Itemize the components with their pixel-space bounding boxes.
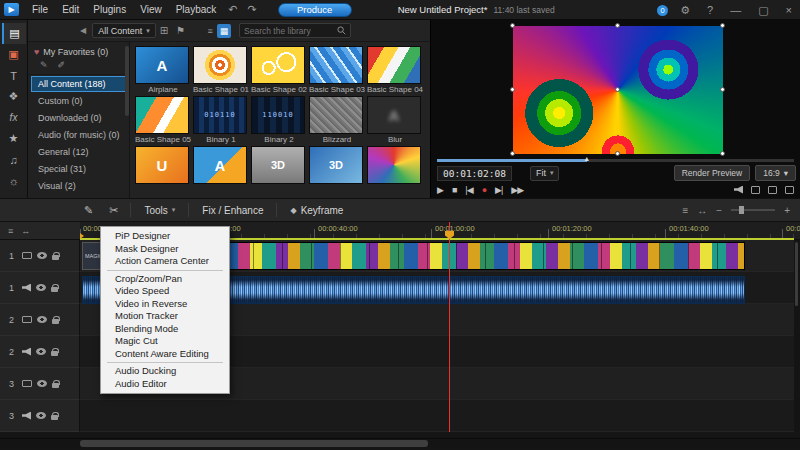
range-start-marker[interactable]: [80, 233, 84, 239]
grid-view-icon[interactable]: ▦: [217, 24, 231, 38]
menu-item-motion-tracker[interactable]: Motion Tracker: [101, 310, 229, 323]
lock-icon[interactable]: [52, 255, 59, 260]
flag-icon[interactable]: ⚑: [172, 25, 189, 36]
menu-item-pip-designer[interactable]: PiP Designer: [101, 230, 229, 243]
produce-button[interactable]: Produce: [278, 3, 352, 17]
fit-timeline-icon[interactable]: ↔: [697, 205, 707, 216]
library-item[interactable]: [367, 146, 425, 184]
edit-tag-icon[interactable]: ✐: [58, 60, 66, 70]
library-item[interactable]: 3D: [251, 146, 309, 184]
menu-item-mask-designer[interactable]: Mask Designer: [101, 243, 229, 256]
stop-button[interactable]: ■: [452, 185, 456, 195]
zoom-fit-dropdown[interactable]: Fit▾: [530, 166, 560, 181]
lock-icon[interactable]: [51, 415, 58, 420]
category-custom[interactable]: Custom (0): [31, 93, 126, 109]
library-item[interactable]: Basic Shape 05: [135, 96, 193, 144]
library-item[interactable]: AAirplane: [135, 46, 193, 94]
selection-handle[interactable]: [615, 23, 620, 28]
menu-item-action-camera-center[interactable]: Action Camera Center: [101, 255, 229, 268]
menu-plugins[interactable]: Plugins: [86, 0, 133, 20]
volume-icon[interactable]: [734, 186, 743, 194]
lock-icon[interactable]: [52, 383, 59, 388]
preview-seekbar[interactable]: ▲: [437, 159, 794, 162]
category-audio[interactable]: Audio (for music) (0): [31, 127, 126, 143]
menu-item-audio-editor[interactable]: Audio Editor: [101, 378, 229, 391]
tools-button[interactable]: Tools▾: [135, 198, 184, 222]
preview-timecode[interactable]: 00:01:02:08: [437, 166, 512, 181]
undo-icon[interactable]: ↶: [223, 3, 242, 16]
eye-icon[interactable]: [36, 348, 46, 355]
eye-icon[interactable]: [36, 412, 46, 419]
my-favorites[interactable]: ♥ My Favorites (0): [28, 45, 129, 59]
library-item[interactable]: Basic Shape 02: [251, 46, 309, 94]
selection-handle[interactable]: [720, 151, 725, 156]
seek-handle-icon[interactable]: ▲: [583, 155, 590, 162]
library-item[interactable]: 110010Binary 2: [251, 96, 309, 144]
library-item[interactable]: U: [135, 146, 193, 184]
eye-icon[interactable]: [37, 380, 47, 387]
effect-room-icon[interactable]: fx: [2, 107, 26, 128]
audio-mixing-room-icon[interactable]: ♫: [2, 149, 26, 170]
keyframe-button[interactable]: ◆ Keyframe: [281, 198, 352, 222]
menu-item-video-speed[interactable]: Video Speed: [101, 285, 229, 298]
aspect-ratio-dropdown[interactable]: 16:9▾: [755, 165, 796, 181]
fit-project-icon[interactable]: ↔: [21, 226, 30, 236]
track-manager-icon[interactable]: ≡: [682, 205, 688, 216]
category-scrollbar[interactable]: [125, 46, 129, 116]
library-item[interactable]: A: [193, 146, 251, 184]
lock-icon[interactable]: [51, 351, 58, 356]
zoom-out-icon[interactable]: −: [716, 205, 722, 216]
library-item[interactable]: ABlur: [367, 96, 425, 144]
fast-forward-button[interactable]: ▶▶: [511, 185, 523, 195]
transition-room-icon[interactable]: ❖: [2, 86, 26, 107]
menu-item-video-in-reverse[interactable]: Video in Reverse: [101, 298, 229, 311]
selection-handle[interactable]: [510, 87, 515, 92]
library-item[interactable]: Blizzard: [309, 96, 367, 144]
tips-room-icon[interactable]: ☼: [2, 170, 26, 191]
lock-icon[interactable]: [52, 319, 59, 324]
zoom-in-icon[interactable]: +: [784, 205, 790, 216]
new-tag-icon[interactable]: ✎: [40, 60, 48, 70]
timeline-vertical-scrollbar[interactable]: [794, 240, 799, 432]
menu-playback[interactable]: Playback: [169, 0, 224, 20]
library-item[interactable]: 3D: [309, 146, 367, 184]
selection-handle[interactable]: [720, 87, 725, 92]
audio-track-3-lane[interactable]: [80, 400, 794, 432]
playhead[interactable]: [449, 222, 450, 432]
close-icon[interactable]: ×: [781, 4, 797, 16]
record-button[interactable]: ●: [482, 185, 486, 195]
lock-icon[interactable]: [51, 287, 58, 292]
menu-edit[interactable]: Edit: [55, 0, 86, 20]
selection-handle[interactable]: [510, 23, 515, 28]
content-filter-dropdown[interactable]: All Content▾: [92, 23, 156, 38]
menu-file[interactable]: File: [25, 0, 55, 20]
menu-item-magic-cut[interactable]: Magic Cut: [101, 335, 229, 348]
settings-gear-icon[interactable]: ⚙: [675, 4, 695, 17]
category-special[interactable]: Special (31): [31, 161, 126, 177]
selection-handle[interactable]: [720, 23, 725, 28]
back-icon[interactable]: ◀: [80, 26, 86, 35]
timeline-zoom-slider[interactable]: [731, 209, 775, 211]
menu-item-content-aware-editing[interactable]: Content Aware Editing: [101, 348, 229, 361]
selection-handle[interactable]: [615, 151, 620, 156]
eye-icon[interactable]: [37, 316, 47, 323]
fix-enhance-button[interactable]: Fix / Enhance: [193, 198, 272, 222]
library-item[interactable]: Basic Shape 01: [193, 46, 251, 94]
fullscreen-icon[interactable]: [785, 186, 794, 194]
timeline-horizontal-scrollbar[interactable]: [0, 438, 800, 447]
category-visual[interactable]: Visual (2): [31, 178, 126, 194]
menu-item-audio-ducking[interactable]: Audio Ducking: [101, 365, 229, 378]
media-room-icon[interactable]: ▤: [2, 23, 26, 44]
help-icon[interactable]: ?: [702, 4, 718, 16]
pip-objects-room-icon[interactable]: ▣: [2, 44, 26, 65]
snapshot-icon[interactable]: [751, 186, 760, 194]
menu-view[interactable]: View: [133, 0, 169, 20]
category-general[interactable]: General (12): [31, 144, 126, 160]
design-tools-icon[interactable]: ✎: [76, 204, 101, 217]
menu-item-crop-zoom-pan[interactable]: Crop/Zoom/Pan: [101, 273, 229, 286]
redo-icon[interactable]: ↷: [242, 3, 261, 16]
search-input[interactable]: [244, 26, 337, 36]
library-item[interactable]: Basic Shape 03: [309, 46, 367, 94]
selection-handle[interactable]: [510, 151, 515, 156]
import-media-icon[interactable]: ⊞: [156, 25, 172, 36]
